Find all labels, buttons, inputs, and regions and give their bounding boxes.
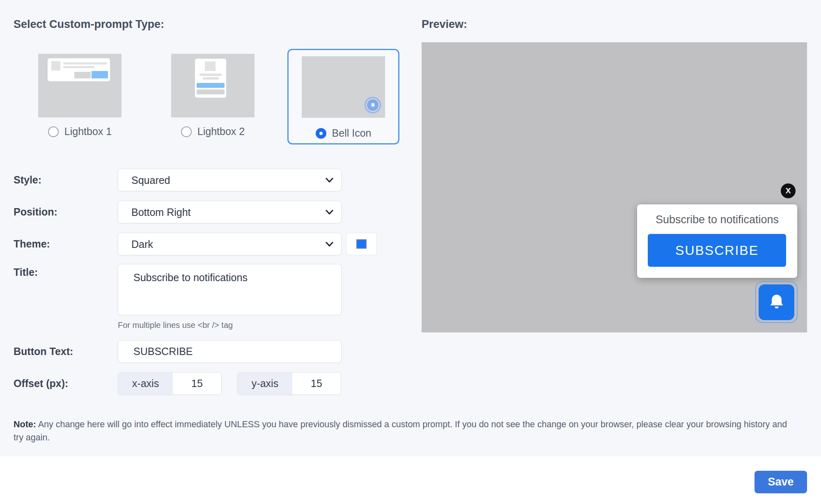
preview-subscribe-button[interactable]: SUBSCRIBE [648,234,786,267]
prompt-type-option-bell-icon[interactable]: Bell Icon [287,49,399,144]
preview-bell-button[interactable] [759,284,794,320]
bell-icon [767,293,786,312]
offset-y-input[interactable] [292,373,341,394]
preview-popup-title: Subscribe to notifications [637,213,797,226]
mock-cancel-button [74,72,91,78]
mock-bell-badge [365,97,381,113]
style-label: Style: [14,169,41,191]
offset-x-label: x-axis [118,373,173,394]
theme-select[interactable]: Dark [118,233,342,255]
style-select[interactable]: Squared [118,169,342,191]
position-select-wrap: Bottom Right [118,201,342,223]
position-label: Position: [14,201,57,223]
mock-allow-button [92,71,108,78]
mock-text-bar [203,77,219,80]
color-swatch-icon [356,239,367,249]
prompt-type-option-lightbox1[interactable]: Lightbox 1 [38,54,122,137]
lightbox1-mock-card [48,58,110,81]
bell-icon-label: Bell Icon [332,127,372,139]
prompt-type-option-lightbox2[interactable]: Lightbox 2 [171,54,255,137]
position-select[interactable]: Bottom Right [118,201,342,223]
save-button[interactable]: Save [754,471,807,493]
title-helper-text: For multiple lines use <br /> tag [118,321,233,330]
button-text-input[interactable] [118,340,342,363]
mock-text-bar [200,73,222,76]
lightbox2-mock-card [195,59,226,98]
button-text-label: Button Text: [14,340,73,363]
prompt-type-heading: Select Custom-prompt Type: [14,18,164,31]
offset-x-group: x-axis [118,372,222,395]
note-text: Note: Any change here will go into effec… [14,418,796,444]
lightbox1-thumbnail[interactable] [38,54,122,117]
close-icon: X [786,186,791,195]
offset-y-group: y-axis [237,372,341,395]
mock-text-bar [63,62,107,64]
preview-popup: Subscribe to notifications SUBSCRIBE [637,204,797,278]
title-label: Title: [14,266,38,278]
mock-icon-placeholder [51,61,60,71]
offset-x-input[interactable] [173,373,221,394]
popup-divider [642,233,792,233]
bell-icon-thumbnail[interactable] [302,56,385,118]
lightbox2-thumbnail[interactable] [171,54,255,117]
theme-label: Theme: [14,233,50,255]
lightbox2-radio[interactable] [181,126,192,137]
lightbox1-label: Lightbox 1 [64,126,112,137]
preview-heading: Preview: [422,18,467,31]
theme-color-picker-button[interactable] [346,233,377,255]
bell-launcher-ring [755,281,798,323]
title-textarea[interactable]: Subscribe to notifications [118,264,342,315]
bell-icon [367,99,378,111]
lightbox1-radio[interactable] [48,126,59,137]
note-body: Any change here will go into effect imme… [14,419,787,442]
mock-icon-placeholder [205,62,216,71]
bell-icon-radio[interactable] [316,128,326,139]
offset-y-label: y-axis [238,373,292,394]
footer-bar [0,456,821,504]
style-select-wrap: Squared [118,169,342,191]
preview-close-button[interactable]: X [781,183,796,198]
note-prefix: Note: [14,419,36,429]
lightbox2-label: Lightbox 2 [197,126,245,137]
mock-cancel-button [197,89,225,94]
offset-label: Offset (px): [14,372,68,395]
mock-text-bar [63,66,94,68]
theme-select-wrap: Dark [118,233,342,255]
preview-area [422,42,807,332]
mock-allow-button [197,83,225,88]
